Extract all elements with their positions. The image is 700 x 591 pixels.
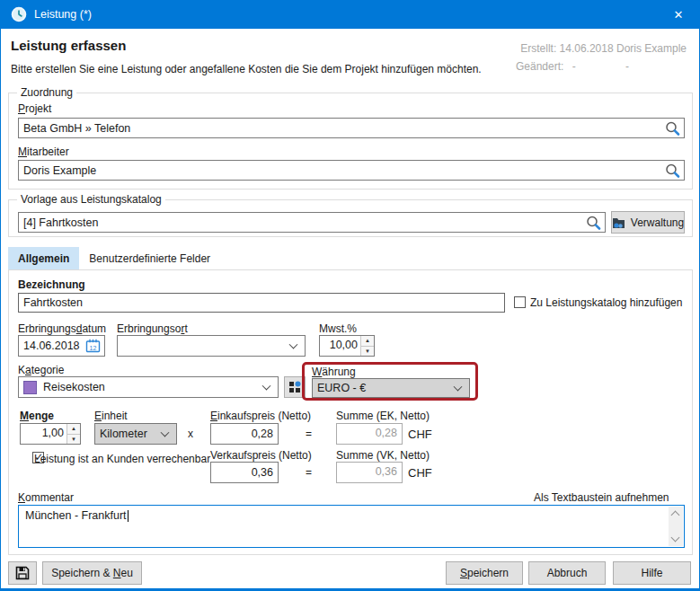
vorlage-legend: Vorlage aus Leistungskatalog [17,193,165,206]
titlebar: Leistung (*) ✕ [1,0,699,29]
chevron-down-icon [161,428,170,437]
abbruch-button[interactable]: Abbruch [528,561,606,585]
mwst-value: 10,00 [320,336,360,356]
hilfe-button[interactable]: Hilfe [613,561,691,585]
verkaufspreis-input[interactable] [210,462,279,483]
svg-text:12: 12 [90,345,97,351]
bezeichnung-label: Bezeichnung [18,278,85,291]
search-icon[interactable] [586,215,601,230]
scroll-up-icon[interactable] [671,511,680,520]
text-caret [128,510,128,522]
search-icon[interactable] [665,163,680,178]
speichern-button[interactable]: Speichern [446,561,523,585]
kommentar-value: München - Frankfurt [25,509,127,522]
modified-value-2: - [625,60,629,73]
search-icon[interactable] [665,120,680,136]
erbringungsort-label: Erbringungsort [117,322,188,335]
menge-spinner[interactable]: 1,00 ▲▼ [20,423,81,445]
summe-vk-label: Summe (VK, Netto) [336,449,430,462]
einheit-label: Einheit [94,410,128,422]
zuordnung-group: Zuordnung Projekt Mitarbeiter [8,93,693,190]
allgemein-panel: Bezeichnung Zu Leistungskatalog hinzufüg… [8,269,693,555]
tab-benutzerdefinierte-felder[interactable]: Benutzerdefinierte Felder [79,247,220,269]
spin-up-icon[interactable]: ▲ [361,336,374,347]
chevron-down-icon [262,382,271,391]
folder-gear-icon [612,216,625,228]
equals-sign: = [306,428,312,440]
tab-bar: Allgemein Benutzerdefinierte Felder [8,247,220,269]
chevron-down-icon [454,383,463,392]
zuordnung-legend: Zuordnung [17,86,76,99]
category-grid-icon [288,381,301,393]
projekt-input[interactable] [18,118,685,138]
created-value: 14.06.2018 Doris Example [560,42,687,55]
modified-label: Geändert: [516,60,563,73]
zu-leistungskatalog-label: Zu Leistungskatalog hinzufügen [530,296,682,309]
spin-up-icon[interactable]: ▲ [67,424,80,435]
modified-value-1: - [572,60,576,73]
kategorie-combobox[interactable]: Reisekosten [18,376,279,398]
verkaufspreis-label: Verkaufspreis (Netto) [210,449,312,462]
calendar-icon[interactable]: 12 [85,339,101,353]
einheit-combobox[interactable]: Kilometer [94,423,177,445]
tab-allgemein[interactable]: Allgemein [8,247,79,269]
datum-field-wrap: 12 [18,335,105,357]
projekt-label: Projekt [18,102,51,115]
created-info: Erstellt: 14.06.2018 Doris Example [520,42,687,55]
window-title: Leistung (*) [34,8,92,21]
vorlage-group: Vorlage aus Leistungskatalog Verwaltung [8,199,693,237]
multiply-sign: x [188,428,193,440]
category-color-swatch [23,381,37,394]
verwaltung-button[interactable]: Verwaltung [611,211,685,234]
floppy-disk-icon [15,566,30,580]
close-icon: ✕ [674,8,684,22]
mwst-label: Mwst.% [319,322,357,335]
spin-down-icon[interactable]: ▼ [361,347,374,357]
equals-sign: = [306,466,312,479]
speichern-neu-button[interactable]: Speichern & Neu [42,561,142,585]
zu-leistungskatalog-checkbox[interactable] [514,296,526,308]
vorlage-field-wrap [18,212,606,233]
menge-value: 1,00 [21,424,66,444]
textbaustein-label: Als Textbaustein aufnehmen [534,491,669,504]
waehrung-label: Währung [312,366,356,378]
kategorie-value: Reisekosten [43,381,105,393]
created-label: Erstellt: [520,42,556,55]
page-title: Leistung erfassen [11,38,126,53]
mitarbeiter-label: Mitarbeiter [18,146,69,158]
kategorie-label: Kategorie [18,364,64,376]
summe-ek-label: Summe (EK, Netto) [336,410,430,422]
spin-down-icon[interactable]: ▼ [67,435,80,445]
currency-code-vk: CHF [408,466,432,480]
save-icon-button[interactable] [8,561,37,585]
vertical-scrollbar[interactable] [669,507,683,546]
close-button[interactable]: ✕ [658,0,699,29]
einkaufspreis-input[interactable] [210,423,279,445]
kommentar-input[interactable]: München - Frankfurt [18,505,685,548]
summe-ek-field: 0,28 [336,423,403,445]
vorlage-input[interactable] [18,212,606,233]
chevron-down-icon [289,340,298,349]
clock-icon [11,6,27,22]
einheit-value: Kilometer [100,428,147,440]
verrechenbar-label: Leistung ist an Kunden verrechenbar [34,453,210,465]
mitarbeiter-field-wrap [18,160,685,181]
summe-vk-field: 0,36 [336,462,403,483]
scroll-down-icon[interactable] [671,534,680,542]
mitarbeiter-input[interactable] [18,160,685,181]
leistung-dialog: Leistung (*) ✕ Leistung erfassen Bitte e… [0,0,700,591]
modified-info: Geändert: - - [516,60,629,73]
menge-label: Menge [20,410,54,422]
waehrung-value: EURO - € [317,382,366,394]
currency-code-ek: CHF [408,428,432,441]
mwst-spinner[interactable]: 10,00 ▲▼ [319,335,375,357]
erbringungsort-combobox[interactable] [117,335,306,357]
verwaltung-label: Verwaltung [631,216,684,229]
einkaufspreis-label: Einkaufspreis (Netto) [210,410,311,422]
kommentar-label: Kommentar [18,491,74,504]
erbringungsdatum-label: Erbringungsdatum [18,322,106,335]
waehrung-combobox[interactable]: EURO - € [312,378,470,398]
projekt-field-wrap [18,118,685,138]
page-subtitle: Bitte erstellen Sie eine Leistung oder a… [11,63,482,75]
bezeichnung-input[interactable] [18,293,505,313]
